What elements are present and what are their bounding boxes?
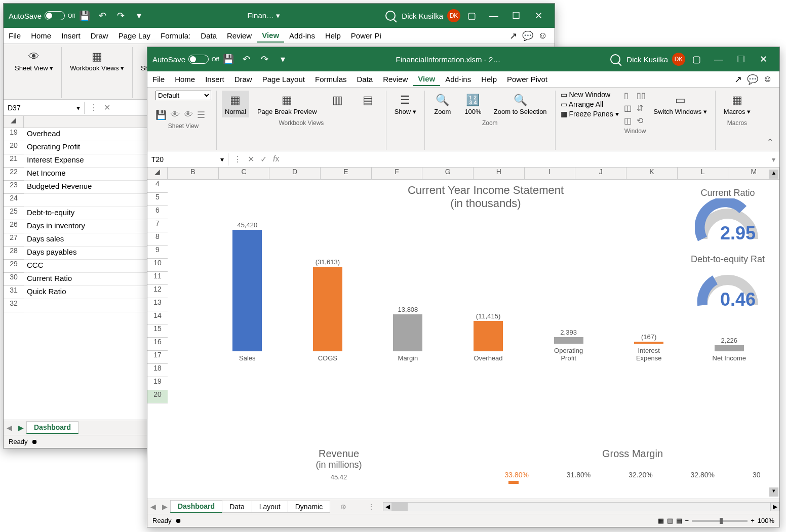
- rib-switch-windows[interactable]: ▭Switch Windows ▾: [651, 91, 710, 117]
- collapse-ribbon-icon[interactable]: ⌃: [764, 134, 776, 150]
- tab-data[interactable]: Data: [222, 501, 252, 513]
- row-header[interactable]: 21: [4, 154, 24, 168]
- row-header[interactable]: 6: [147, 206, 168, 219]
- close-icon[interactable]: ✕: [752, 47, 774, 71]
- autosave-toggle-front[interactable]: [188, 55, 209, 64]
- exit-icon[interactable]: 👁: [171, 109, 180, 120]
- row-header[interactable]: 5: [147, 193, 168, 206]
- tab-dashboard[interactable]: Dashboard: [170, 500, 222, 513]
- row-header[interactable]: 10: [147, 259, 168, 272]
- row-header[interactable]: 14: [147, 311, 168, 324]
- row-header[interactable]: 27: [4, 233, 24, 247]
- rib-normal[interactable]: ▦Normal: [222, 91, 249, 117]
- tab-dynamic[interactable]: Dynamic: [288, 501, 330, 513]
- row-header[interactable]: 28: [4, 247, 24, 260]
- row-header[interactable]: 20: [147, 390, 168, 403]
- name-box-back[interactable]: D37▾: [4, 102, 85, 114]
- hide-icon[interactable]: ◫: [624, 103, 632, 113]
- fx-dots-icon[interactable]: ⋮: [90, 103, 98, 112]
- options-icon[interactable]: ☰: [197, 109, 205, 120]
- menu-powerpivot[interactable]: Power Pi: [346, 29, 386, 42]
- row-header[interactable]: 7: [147, 219, 168, 232]
- row-header[interactable]: 18: [147, 364, 168, 377]
- qat-dropdown-icon[interactable]: ▾: [277, 53, 289, 65]
- menu-pagelayout[interactable]: Page Layout: [257, 73, 310, 86]
- keep-icon[interactable]: 💾: [155, 109, 167, 120]
- save-icon[interactable]: 💾: [78, 10, 91, 22]
- col-header[interactable]: F: [372, 168, 423, 179]
- row-header[interactable]: 13: [147, 298, 168, 311]
- zoom-slider[interactable]: [692, 520, 748, 522]
- menu-view[interactable]: View: [257, 29, 284, 43]
- menu-draw[interactable]: Draw: [86, 29, 113, 42]
- rib-page-layout[interactable]: ▥: [325, 91, 350, 110]
- reset-pos-icon[interactable]: ⟲: [637, 116, 646, 126]
- ribbon-display-icon[interactable]: ▢: [460, 4, 483, 28]
- scroll-left-icon[interactable]: ◀: [383, 502, 392, 511]
- fx-icon[interactable]: fx: [273, 154, 279, 164]
- select-all-corner[interactable]: ◢: [4, 116, 24, 128]
- unhide-icon[interactable]: ◫: [624, 116, 632, 126]
- sheetview-select[interactable]: Default: [155, 91, 211, 100]
- fx-dots-icon[interactable]: ⋮: [233, 154, 242, 164]
- name-box-front[interactable]: T20▾: [147, 153, 228, 166]
- formula-input[interactable]: [284, 153, 768, 166]
- col-header[interactable]: J: [575, 168, 626, 179]
- row-header[interactable]: 9: [147, 245, 168, 259]
- tab-dashboard-back[interactable]: Dashboard: [26, 421, 78, 434]
- row-header[interactable]: 12: [147, 285, 168, 298]
- row-header[interactable]: 20: [4, 141, 24, 154]
- smiley-icon[interactable]: ☺: [538, 30, 547, 42]
- row-header[interactable]: 15: [147, 324, 168, 338]
- col-header[interactable]: G: [422, 168, 474, 179]
- horizontal-scrollbar[interactable]: ◀ ▶: [383, 502, 779, 511]
- macro-rec-icon[interactable]: ⏺: [175, 517, 182, 524]
- col-header[interactable]: L: [678, 168, 729, 179]
- menu-addins[interactable]: Add-ins: [284, 29, 320, 42]
- smiley-icon[interactable]: ☺: [763, 74, 772, 85]
- menu-insert[interactable]: Insert: [200, 73, 229, 86]
- undo-icon[interactable]: ↶: [241, 53, 253, 65]
- rib-zoom[interactable]: 🔍Zoom: [430, 91, 455, 117]
- zoom-out-icon[interactable]: −: [685, 517, 689, 524]
- scroll-right-icon[interactable]: ▶: [770, 502, 779, 511]
- tab-next-icon[interactable]: ▶: [15, 424, 27, 432]
- tab-layout[interactable]: Layout: [252, 501, 288, 513]
- row-header[interactable]: 31: [4, 286, 24, 299]
- redo-icon[interactable]: ↷: [115, 10, 127, 22]
- menu-insert[interactable]: Insert: [56, 29, 86, 42]
- share-icon[interactable]: ↗: [734, 74, 742, 85]
- view-pagelayout-icon[interactable]: ▥: [667, 517, 673, 524]
- row-header[interactable]: 30: [4, 273, 24, 286]
- row-header[interactable]: 23: [4, 181, 24, 194]
- menu-data[interactable]: Data: [195, 29, 222, 42]
- rib-show[interactable]: ☰Show ▾: [391, 91, 419, 117]
- search-icon[interactable]: [610, 54, 620, 64]
- tab-prev-icon[interactable]: ◀: [4, 424, 15, 432]
- select-all-corner[interactable]: ◢: [147, 168, 168, 179]
- view-pagebreak-icon[interactable]: ▤: [676, 517, 682, 524]
- qat-dropdown-icon[interactable]: ▾: [133, 10, 145, 22]
- menu-powerpivot[interactable]: Power Pivot: [502, 73, 553, 86]
- menu-draw[interactable]: Draw: [229, 73, 257, 86]
- tab-prev-icon[interactable]: ◀: [147, 503, 159, 511]
- row-header[interactable]: 29: [4, 260, 24, 273]
- menu-review[interactable]: Review: [222, 29, 257, 42]
- tab-next-icon[interactable]: ▶: [159, 503, 171, 511]
- col-header[interactable]: D: [269, 168, 321, 179]
- rib-workbook-views[interactable]: ▦Workbook Views ▾: [67, 47, 127, 74]
- col-header[interactable]: E: [321, 168, 372, 179]
- row-header[interactable]: 8: [147, 232, 168, 245]
- rib-freeze-panes[interactable]: ▦ Freeze Panes ▾: [561, 110, 619, 118]
- row-header[interactable]: 22: [4, 168, 24, 181]
- row-header[interactable]: 16: [147, 338, 168, 351]
- menu-review[interactable]: Review: [378, 73, 413, 86]
- rib-arrange-all[interactable]: ▭ Arrange All: [561, 100, 619, 108]
- row-header[interactable]: 26: [4, 220, 24, 233]
- col-header[interactable]: I: [525, 168, 576, 179]
- menu-home[interactable]: Home: [170, 73, 200, 86]
- rib-macros[interactable]: ▦Macros ▾: [721, 91, 754, 117]
- scroll-down-icon[interactable]: ▾: [769, 487, 778, 497]
- row-header[interactable]: 24: [4, 194, 24, 207]
- rib-page-break[interactable]: ▦Page Break Preview: [254, 91, 320, 117]
